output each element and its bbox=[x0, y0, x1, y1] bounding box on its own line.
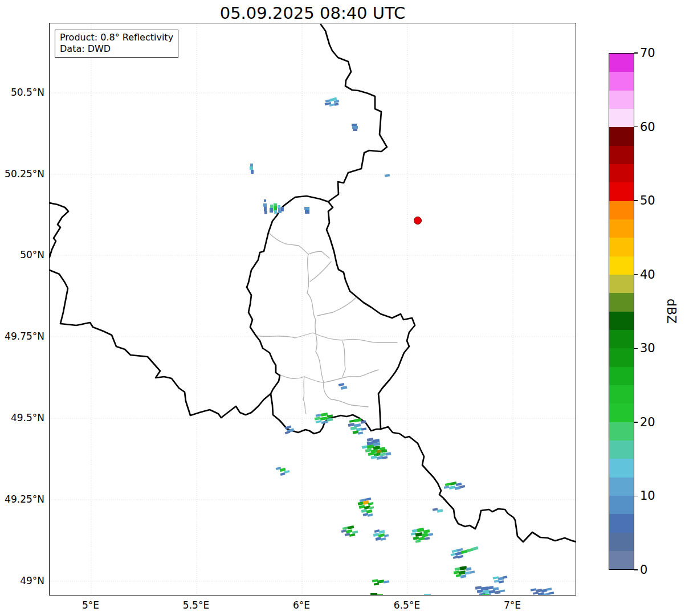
radar-echo-pixel bbox=[274, 210, 277, 214]
colorbar-tick-label: 60 bbox=[640, 120, 668, 134]
radar-echo-pixel bbox=[449, 486, 456, 489]
colorbar-segment bbox=[609, 496, 634, 514]
colorbar-segment bbox=[609, 256, 634, 275]
radar-echo-pixel bbox=[500, 589, 505, 592]
colorbar-tick-label: 50 bbox=[640, 193, 668, 208]
radar-echo-pixel bbox=[547, 588, 552, 591]
radar-echo-pixel bbox=[348, 423, 355, 427]
colorbar-tick-label: 0 bbox=[640, 562, 668, 577]
region-border-path bbox=[310, 262, 331, 282]
radar-echo-pixel bbox=[280, 472, 286, 476]
colorbar-segment bbox=[609, 164, 634, 182]
radar-echo-pixel bbox=[341, 386, 348, 390]
region-border-path bbox=[307, 254, 324, 382]
country-border-path bbox=[321, 25, 415, 429]
colorbar-tick bbox=[634, 422, 638, 422]
info-box-source: Data: DWD bbox=[60, 43, 173, 55]
region-border-path bbox=[343, 341, 345, 377]
radar-echo-pixel bbox=[368, 502, 374, 505]
radar-site-dot bbox=[414, 217, 422, 225]
radar-echo-pixel bbox=[460, 485, 466, 488]
radar-echo-pixel bbox=[489, 590, 496, 593]
radar-echo-pixel bbox=[365, 448, 372, 452]
radar-echo-pixel bbox=[455, 552, 462, 556]
radar-echo-pixel bbox=[350, 426, 357, 430]
region-border-path bbox=[317, 297, 357, 316]
radar-echo-pixel bbox=[544, 593, 550, 595]
radar-echo-pixel bbox=[445, 483, 451, 486]
radar-echo-pixel bbox=[368, 513, 373, 517]
radar-echo-pixel bbox=[460, 574, 467, 578]
colorbar-unit-label: dBZ bbox=[664, 294, 679, 328]
info-box-product: Product: 0.8° Reflectivity bbox=[60, 32, 173, 43]
radar-echo-pixel bbox=[374, 582, 379, 585]
radar-echo-pixel bbox=[316, 420, 322, 423]
colorbar-tick-label: 30 bbox=[640, 341, 668, 356]
radar-echo-pixel bbox=[343, 527, 349, 530]
radar-echo-pixel bbox=[377, 456, 384, 460]
radar-echo-pixel bbox=[250, 166, 253, 170]
radar-echo-pixel bbox=[455, 567, 461, 571]
radar-echo-pixel bbox=[379, 530, 385, 534]
radar-echo-pixel bbox=[352, 124, 357, 126]
radar-echo-pixel bbox=[475, 586, 482, 589]
radar-echo-pixel bbox=[378, 533, 385, 537]
colorbar-segment bbox=[609, 54, 634, 72]
radar-echo-pixel bbox=[281, 207, 284, 211]
radar-echo-pixel bbox=[270, 205, 273, 209]
colorbar-segment bbox=[609, 201, 634, 219]
colorbar-tick bbox=[634, 348, 638, 349]
radar-echo-pixel bbox=[424, 594, 431, 595]
radar-echo-pixel bbox=[264, 211, 267, 214]
radar-echo-pixel bbox=[361, 427, 367, 431]
country-borders bbox=[50, 25, 576, 542]
region-border-path bbox=[256, 333, 397, 342]
radar-echo-pixel bbox=[353, 430, 359, 434]
radar-echo-pixel bbox=[353, 129, 357, 131]
radar-echo-pixel bbox=[304, 207, 309, 210]
latitude-label: 49.5°N bbox=[0, 411, 44, 424]
info-box: Product: 0.8° Reflectivity Data: DWD bbox=[55, 30, 178, 58]
radar-site-marker bbox=[414, 217, 422, 225]
colorbar-segment bbox=[609, 293, 634, 311]
colorbar-segment bbox=[609, 275, 634, 293]
latitude-label: 50.25°N bbox=[0, 168, 44, 180]
radar-echo-pixel bbox=[428, 533, 434, 536]
radar-echo-pixel bbox=[541, 589, 548, 593]
colorbar-segment bbox=[609, 91, 634, 109]
radar-echo-pixel bbox=[454, 570, 460, 574]
radar-echo-pixel bbox=[477, 589, 484, 593]
latitude-label: 49.75°N bbox=[0, 330, 44, 342]
radar-echo-pixel bbox=[450, 482, 457, 486]
colorbar-segment bbox=[609, 478, 634, 496]
radar-echo-pixel bbox=[321, 413, 328, 417]
colorbar-segment bbox=[609, 182, 634, 201]
radar-echo-pixel bbox=[549, 591, 554, 595]
colorbar-segment bbox=[609, 514, 634, 532]
region-border-path bbox=[303, 377, 306, 414]
radar-echo-pixel bbox=[384, 534, 389, 537]
radar-echo-pixel bbox=[499, 580, 504, 584]
colorbar-segment bbox=[609, 146, 634, 164]
radar-echo-pixel bbox=[415, 532, 423, 537]
radar-echo-pixel bbox=[538, 592, 545, 595]
radar-figure: 05.09.2025 08:40 UTC Product: 0.8° Refle… bbox=[0, 0, 685, 616]
colorbar-segment bbox=[609, 385, 634, 403]
radar-echo-pixel bbox=[470, 570, 475, 573]
radar-echo-pixel bbox=[455, 486, 461, 490]
radar-echo-pixel bbox=[460, 566, 467, 570]
radar-echo-pixel bbox=[352, 531, 358, 534]
radar-echo-pixel bbox=[382, 456, 388, 459]
colorbar-tick-label: 10 bbox=[640, 488, 668, 503]
radar-echo-pixel bbox=[384, 580, 389, 583]
radar-echo-pixel bbox=[465, 571, 471, 575]
radar-echo-pixel bbox=[371, 455, 377, 459]
colorbar-segment bbox=[609, 219, 634, 238]
radar-echo-pixel bbox=[466, 567, 472, 570]
latitude-label: 50°N bbox=[0, 248, 44, 261]
radar-echo-pixel bbox=[339, 383, 345, 386]
radar-echo-pixel bbox=[264, 199, 266, 202]
longitude-label: 6°E bbox=[276, 599, 327, 611]
radar-echo-pixel bbox=[458, 555, 464, 558]
colorbar-tick bbox=[634, 569, 638, 570]
